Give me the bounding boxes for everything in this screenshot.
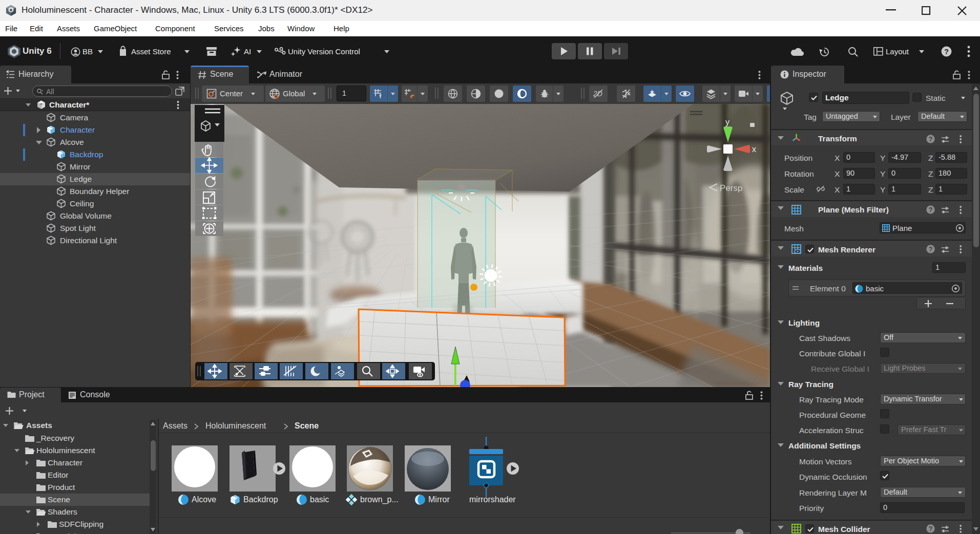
svg-text:?: ? [929, 525, 933, 532]
svg-text:x: x [752, 145, 756, 154]
svg-text:Persp: Persp [720, 183, 742, 193]
svg-text:?: ? [929, 206, 933, 213]
svg-text:?: ? [929, 246, 933, 253]
svg-text:y: y [725, 118, 729, 126]
svg-text:?: ? [929, 136, 933, 143]
svg-text:?: ? [944, 48, 949, 56]
